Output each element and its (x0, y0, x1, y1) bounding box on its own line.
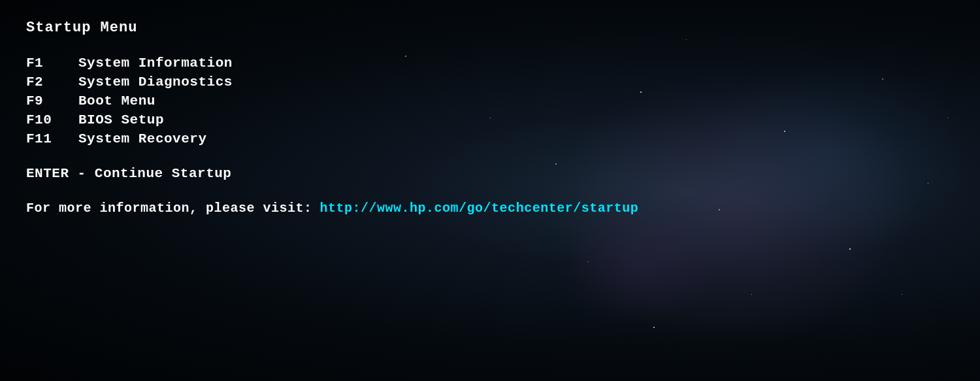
menu-list: F1System InformationF2System Diagnostics… (26, 56, 638, 146)
menu-item: F11System Recovery (26, 131, 638, 146)
menu-key: F10 (26, 112, 78, 127)
star (902, 294, 902, 295)
menu-label: BIOS Setup (78, 112, 164, 127)
menu-item: F1System Information (26, 56, 638, 71)
menu-label: System Recovery (78, 131, 207, 146)
menu-key: F2 (26, 75, 78, 90)
enter-line: ENTER - Continue Startup (26, 166, 638, 181)
bios-screen: Startup Menu F1System InformationF2Syste… (0, 0, 980, 381)
menu-key: F11 (26, 131, 78, 146)
menu-key: F9 (26, 93, 78, 108)
menu-item: F10BIOS Setup (26, 112, 638, 127)
info-line: For more information, please visit: http… (26, 201, 638, 216)
star (882, 78, 883, 80)
star (751, 294, 752, 295)
info-url: http://www.hp.com/go/techcenter/startup (320, 201, 639, 216)
star (686, 39, 687, 40)
menu-item: F2System Diagnostics (26, 75, 638, 90)
star (928, 183, 928, 184)
star (653, 327, 655, 328)
screen-title: Startup Menu (26, 20, 638, 36)
star (640, 91, 642, 93)
menu-key: F1 (26, 56, 78, 71)
info-prefix: For more information, please visit: (26, 201, 312, 216)
star (784, 131, 785, 132)
menu-item: F9Boot Menu (26, 93, 638, 108)
menu-content: Startup Menu F1System InformationF2Syste… (26, 20, 638, 216)
star (588, 261, 589, 262)
star (849, 248, 851, 250)
menu-label: System Diagnostics (78, 75, 233, 90)
menu-label: System Information (78, 56, 233, 71)
star (719, 209, 720, 210)
star (947, 118, 948, 118)
menu-label: Boot Menu (78, 93, 155, 108)
